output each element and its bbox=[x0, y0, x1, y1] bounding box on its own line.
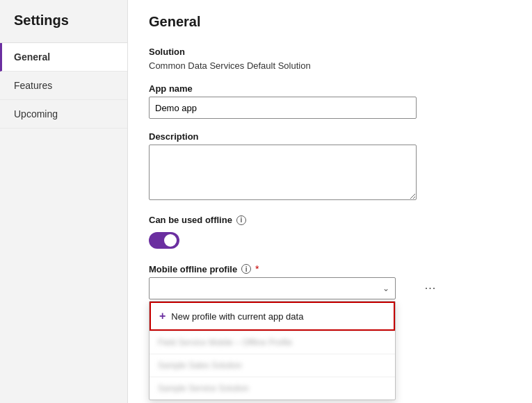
offline-profile-dropdown-container: ⌄ + New profile with current app data Fi… bbox=[149, 277, 417, 299]
plus-icon: + bbox=[159, 310, 166, 322]
offline-info-icon: i bbox=[236, 215, 246, 225]
solution-label: Solution bbox=[149, 47, 511, 57]
main-content: General Solution Common Data Services De… bbox=[128, 0, 532, 403]
new-profile-label: New profile with current app data bbox=[171, 311, 303, 322]
offline-toggle-group: Can be used offline i bbox=[149, 215, 511, 251]
solution-field: Solution Common Data Services Default So… bbox=[149, 47, 511, 71]
dropdown-option-3[interactable]: Sample Service Solution bbox=[150, 377, 395, 400]
mobile-offline-label: Mobile offline profile bbox=[149, 264, 237, 274]
app-title: Settings bbox=[0, 0, 127, 43]
new-profile-option[interactable]: + New profile with current app data bbox=[150, 302, 395, 331]
dropdown-popup: + New profile with current app data Fiel… bbox=[149, 301, 396, 400]
dropdown-chevron-icon: ⌄ bbox=[382, 283, 389, 293]
dropdown-option-2[interactable]: Sample Sales Solution bbox=[150, 354, 395, 377]
blurred-option-3: Sample Service Solution bbox=[158, 384, 249, 393]
dropdown-option-1[interactable]: Field Service Mobile – Offline Profile bbox=[150, 331, 395, 354]
sidebar: Settings General Features Upcoming bbox=[0, 0, 128, 403]
more-options-button[interactable]: ··· bbox=[421, 279, 440, 298]
sidebar-item-features[interactable]: Features bbox=[0, 72, 127, 100]
sidebar-item-upcoming[interactable]: Upcoming bbox=[0, 100, 127, 129]
required-indicator: * bbox=[255, 263, 259, 274]
toggle-knob bbox=[164, 234, 177, 247]
app-name-input[interactable] bbox=[149, 97, 417, 119]
description-input[interactable] bbox=[149, 145, 417, 200]
description-label: Description bbox=[149, 131, 511, 142]
solution-value: Common Data Services Default Solution bbox=[149, 60, 311, 71]
offline-toggle[interactable] bbox=[149, 232, 179, 249]
app-name-field: App name bbox=[149, 83, 511, 119]
offline-toggle-label: Can be used offline bbox=[149, 215, 232, 225]
app-name-label: App name bbox=[149, 83, 511, 94]
description-field: Description bbox=[149, 131, 511, 202]
dropdown-row: ⌄ + New profile with current app data Fi… bbox=[149, 277, 511, 299]
mobile-offline-info-icon: i bbox=[241, 264, 251, 274]
page-title: General bbox=[149, 14, 511, 30]
sidebar-item-general[interactable]: General bbox=[0, 43, 127, 72]
blurred-option-1: Field Service Mobile – Offline Profile bbox=[158, 338, 292, 347]
mobile-offline-field: Mobile offline profile i * ⌄ + New profi… bbox=[149, 263, 511, 299]
offline-profile-dropdown[interactable]: ⌄ bbox=[149, 277, 396, 299]
blurred-option-2: Sample Sales Solution bbox=[158, 361, 242, 370]
